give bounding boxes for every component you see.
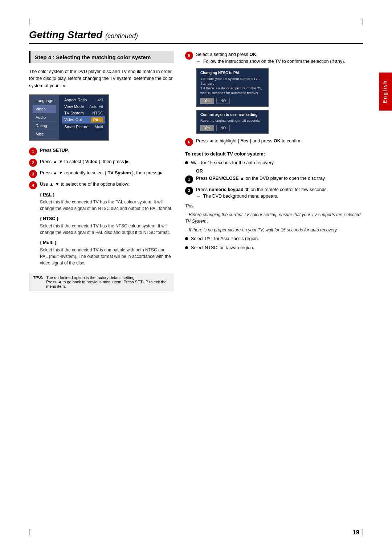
dialog-yes-btn-2[interactable]: Yes [200, 125, 214, 131]
page-subtitle: (continued) [105, 32, 138, 40]
option-multi-desc: Select this if the connected TV is compa… [40, 247, 174, 266]
page-title: Getting Started (continued) [29, 29, 363, 41]
dialog-btns-1: Yes NO [200, 98, 264, 104]
option-pal: { PAL } Select this if the connected TV … [40, 192, 174, 212]
dialog-no-btn-2[interactable]: NO [216, 125, 230, 131]
step-num-1: 1 [29, 147, 37, 155]
reset-step-1: 1 Press OPEN/CLOSE ▲ on the DVD player t… [185, 175, 363, 183]
two-column-layout: Step 4 : Selecting the matching color sy… [29, 51, 363, 291]
tips-label: TIPS: [33, 275, 43, 288]
sidebar-item-audio: Audio [33, 113, 56, 122]
sidebar-item-misc: Misc [33, 130, 56, 138]
step-text-4: Use ▲ ▼ to select one of the options bel… [40, 181, 174, 188]
or-label: OR [196, 169, 363, 174]
page-number: 19 [353, 529, 359, 536]
dialog-body-1: 1.Ensure your TV system supports PAL Sta… [200, 76, 264, 96]
dvd-menu-screenshot: Language Video Audio Rating Misc Aspect … [29, 94, 109, 141]
menu-row-videoout: Video OutPAL [62, 116, 105, 124]
bullet-dot-wait [185, 161, 188, 164]
right-step-5: 5 Select a setting and press OK. Follow … [185, 51, 363, 65]
step-text-3: Press ▲ ▼ repeatedly to select { TV Syst… [40, 170, 174, 177]
corner-mark-bl: | [29, 528, 31, 536]
corner-mark-br: | [361, 528, 363, 536]
bullet-dot-pal [185, 237, 188, 240]
tip-2: – If there is no proper picture on your … [185, 227, 363, 233]
dialog-box-1: Changing NTSC to PAL 1.Ensure your TV sy… [196, 68, 269, 107]
reset-step-num-1: 1 [185, 175, 193, 183]
step-heading: Step 4 : Selecting the matching color sy… [29, 51, 174, 63]
left-step-4: 4 Use ▲ ▼ to select one of the options b… [29, 181, 174, 189]
arrow-right-icon [196, 58, 201, 65]
sidebar-item-rating: Rating [33, 122, 56, 130]
dvd-sidebar: Language Video Audio Rating Misc [30, 95, 59, 140]
option-ntsc-desc: Select this if the connected TV has the … [40, 223, 174, 236]
corner-mark-tl: | [29, 18, 31, 26]
left-column: Step 4 : Selecting the matching color sy… [29, 51, 174, 291]
dialog-title-2: Confirm again to use new setting [200, 113, 264, 117]
option-multi: { Multi } Select this if the connected T… [40, 240, 174, 266]
bullet-text-wait: Wait for 15 seconds for the auto recover… [191, 159, 275, 166]
step-text-1: Press SETUP. [40, 147, 174, 154]
tips-bar: TIPS: The underlined option is the facto… [29, 273, 174, 291]
step-num-2: 2 [29, 159, 37, 167]
step-num-3: 3 [29, 170, 37, 178]
page-header: Getting Started (continued) [29, 29, 363, 44]
language-tab: English [379, 73, 392, 111]
right-step-6: 6 Press ◄ to highlight { Yes } and press… [185, 138, 363, 146]
corner-mark-tr: | [361, 18, 363, 26]
menu-row-viewmode: View Mode: Auto Fit [62, 103, 105, 110]
dialog-btns-2: Yes NO [200, 125, 264, 131]
step-text-6: Press ◄ to highlight { Yes } and press O… [196, 138, 363, 145]
sidebar-item-language: Language [33, 97, 56, 105]
dialog-area-1: Changing NTSC to PAL 1.Ensure your TV sy… [196, 68, 363, 134]
right-column: 5 Select a setting and press OK. Follow … [185, 51, 363, 291]
step-text-5: Select a setting and press OK. Follow th… [196, 51, 363, 65]
page-container: English | | | | Getting Started (continu… [0, 0, 392, 554]
dialog-box-2: Confirm again to use new setting Revert … [196, 110, 269, 134]
reset-step-num-2: 2 [185, 187, 193, 195]
bullet-pal: Select PAL for Asia Pacific region. [185, 235, 363, 242]
reset-step-text-1: Press OPEN/CLOSE ▲ on the DVD player to … [196, 175, 363, 182]
reset-step-2: 2 Press numeric keypad '3' on the remote… [185, 186, 363, 200]
dvd-menu-content: Aspect Ratio: 4/3 View Mode: Auto Fit TV… [59, 95, 108, 140]
bullet-wait: Wait for 15 seconds for the auto recover… [185, 159, 363, 166]
menu-row-smartpic: Smart PictureMulti [62, 124, 105, 130]
dialog-body-2: Revert to original setting in 15 seconds [200, 118, 264, 123]
menu-row-aspect: Aspect Ratio: 4/3 [62, 97, 105, 103]
bullet-dot-ntsc [185, 246, 188, 249]
step-title: Step 4 : Selecting the matching color sy… [35, 54, 170, 60]
reset-step-text-2: Press numeric keypad '3' on the remote c… [196, 186, 363, 200]
dialog-no-btn-1[interactable]: NO [216, 98, 230, 104]
left-step-3: 3 Press ▲ ▼ repeatedly to select { TV Sy… [29, 170, 174, 178]
main-content: Getting Started (continued) Step 4 : Sel… [29, 22, 363, 291]
dialog-title-1: Changing NTSC to PAL [200, 71, 264, 75]
step-text-2: Press ▲ ▼ to select { Video }, then pres… [40, 158, 174, 165]
left-step-1: 1 Press SETUP. [29, 147, 174, 155]
option-ntsc-title: { NTSC } [40, 216, 174, 221]
step-num-6: 6 [185, 138, 193, 146]
bullet-text-ntsc: Select NTSC for Taiwan region. [191, 244, 254, 251]
step-num-4: 4 [29, 181, 37, 189]
option-multi-title: { Multi } [40, 240, 174, 245]
menu-row-tvsystem: TV SystemNTSC [62, 110, 105, 116]
arrow-icon-dvd [196, 193, 201, 200]
option-ntsc: { NTSC } Select this if the connected TV… [40, 216, 174, 236]
reset-section-title: To reset to default TV color system: [185, 151, 363, 157]
option-pal-title: { PAL } [40, 192, 174, 197]
tips-italic-label: Tips: [185, 203, 363, 209]
sidebar-item-video: Video [33, 105, 56, 113]
bullet-ntsc: Select NTSC for Taiwan region. [185, 244, 363, 251]
tip-1: – Before changing the current TV colour … [185, 211, 363, 225]
step-num-5: 5 [185, 52, 193, 60]
bullet-text-pal: Select PAL for Asia Pacific region. [191, 235, 259, 242]
dialog-yes-btn-1[interactable]: Yes [200, 98, 214, 104]
tips-text: The underlined option is the factory def… [46, 275, 170, 288]
left-step-2: 2 Press ▲ ▼ to select { Video }, then pr… [29, 158, 174, 167]
intro-text: The color system of the DVD player, disc… [29, 68, 174, 89]
option-pal-desc: Select this if the connected TV has the … [40, 199, 174, 212]
